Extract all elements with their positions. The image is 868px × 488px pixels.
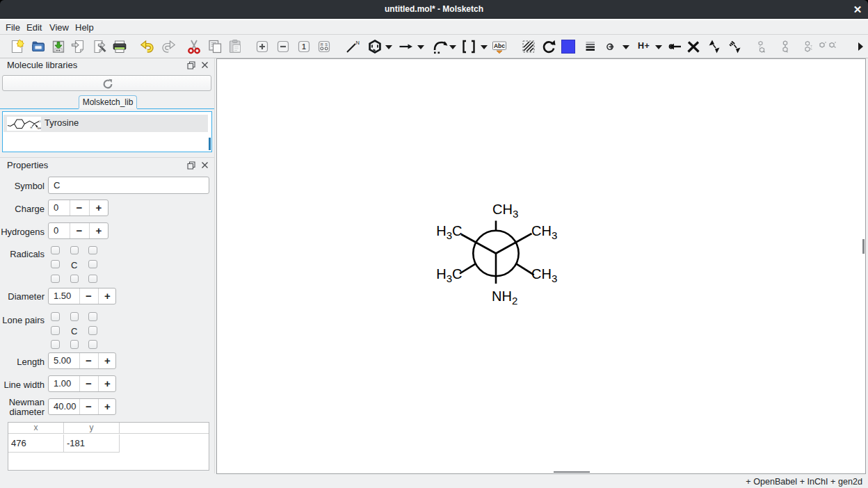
svg-text:CH3: CH3	[492, 202, 518, 220]
svg-text:H: H	[31, 126, 33, 129]
svg-text:R: R	[321, 42, 323, 47]
svg-text:1: 1	[302, 42, 306, 51]
svg-text:NH2: NH2	[492, 288, 517, 307]
svg-text:H3C: H3C	[436, 223, 462, 241]
svg-text:Abc: Abc	[494, 42, 505, 49]
svg-text:N: N	[356, 40, 360, 46]
svg-text:CH3: CH3	[531, 223, 557, 241]
svg-text:O: O	[39, 120, 41, 122]
svg-text:H3C: H3C	[436, 266, 462, 284]
svg-text:NH: NH	[38, 127, 42, 129]
svg-text:S: S	[325, 42, 328, 47]
svg-text:CH3: CH3	[531, 266, 557, 284]
